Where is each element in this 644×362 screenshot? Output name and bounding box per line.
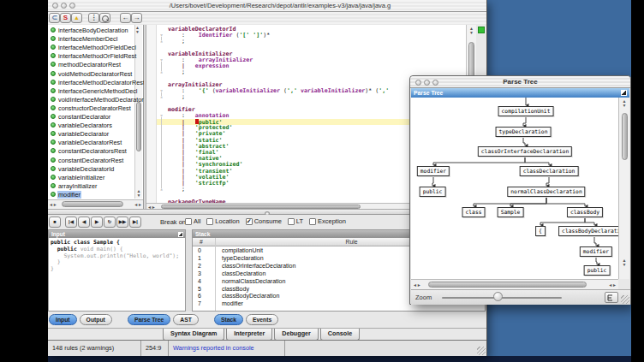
sidebar-item-variableDeclarators[interactable]: variableDeclarators: [50, 122, 142, 130]
breakon-all-checkbox[interactable]: All: [185, 217, 200, 225]
tab-syntax-diagram[interactable]: Syntax Diagram: [163, 329, 224, 341]
scroll-left-icon[interactable]: ◂ ▸: [414, 282, 420, 288]
tree-node-normalClassDeclaration[interactable]: normalClassDeclaration: [507, 187, 585, 197]
main-window-titlebar[interactable]: /Users/bovet/Development/Research/depot/…: [48, 0, 486, 12]
breakon-lt-checkbox[interactable]: LT: [288, 217, 303, 225]
tree-layout-button[interactable]: [605, 292, 618, 303]
breakon-exception-checkbox[interactable]: Exception: [309, 217, 346, 225]
go-to-end-button[interactable]: ▶|: [129, 217, 141, 228]
tab-interpreter[interactable]: Interpreter: [226, 329, 272, 341]
tree-node-brace[interactable]: {: [535, 226, 546, 236]
parse-tree-titlebar[interactable]: Parse Tree: [410, 76, 630, 88]
close-window-icon[interactable]: [415, 80, 421, 86]
scroll-left-icon[interactable]: ◂ ▸: [50, 201, 57, 207]
tab-console[interactable]: Console: [320, 329, 360, 341]
sidebar-item-modifier[interactable]: modifier: [50, 191, 142, 199]
breakon-location-checkbox[interactable]: Location: [206, 217, 239, 225]
sidebar-item-constructorDeclaratorRest[interactable]: constructorDeclaratorRest: [50, 104, 142, 113]
tree-node-public[interactable]: public: [584, 265, 611, 276]
sidebar-item-interfaceMethodOrFieldRest[interactable]: interfaceMethodOrFieldRest: [50, 52, 142, 61]
tree-node-Sample[interactable]: Sample: [498, 207, 524, 217]
warning-icon[interactable]: ▲: [71, 13, 82, 23]
step-over-button[interactable]: ↻: [104, 217, 116, 228]
window-resize-grip[interactable]: [621, 295, 629, 304]
minimize-window-icon[interactable]: [424, 80, 430, 86]
checkbox-icon[interactable]: ✓: [246, 218, 253, 225]
toggle-events[interactable]: Events: [246, 314, 278, 325]
forward-icon[interactable]: →: [131, 13, 142, 23]
sidebar-item-voidMethodDeclaratorRest[interactable]: voidMethodDeclaratorRest: [50, 70, 142, 79]
ideas-icon[interactable]: ⋮: [88, 13, 99, 23]
editor-hscroll-thumb[interactable]: [161, 205, 361, 209]
sidebar-item-interfaceMethodDeclaratorRest[interactable]: interfaceMethodDeclaratorRest: [50, 79, 142, 87]
toggle-input[interactable]: Input: [49, 314, 77, 325]
zoom-slider[interactable]: [493, 292, 503, 301]
scroll-up-icon[interactable]: ▲▼: [467, 27, 476, 35]
sidebar-item-variableDeclaratorId[interactable]: variableDeclaratorId: [50, 165, 142, 174]
sidebar-item-variableDeclaratorRest[interactable]: variableDeclaratorRest: [50, 139, 142, 147]
scroll-right-icon[interactable]: ◂ ▸: [134, 201, 141, 207]
zoom-window-icon[interactable]: [69, 3, 75, 9]
tree-node-modifier[interactable]: modifier: [580, 246, 612, 257]
sidebar-item-interfaceMethodOrFieldDecl[interactable]: interfaceMethodOrFieldDecl: [50, 44, 142, 52]
parse-tree-hscroll-thumb[interactable]: [428, 282, 587, 288]
stop-button[interactable]: ■: [49, 217, 61, 228]
tree-node-classOrInterfaceDeclaration[interactable]: classOrInterfaceDeclaration: [478, 146, 572, 157]
toggle-ast[interactable]: AST: [173, 314, 199, 325]
back-icon[interactable]: ←: [120, 13, 131, 23]
panel-splitter[interactable]: [186, 229, 192, 312]
find-icon[interactable]: [99, 13, 110, 23]
breakon-consume-checkbox[interactable]: ✓Consume: [246, 217, 282, 225]
tree-node-public[interactable]: public: [420, 187, 446, 197]
checkbox-icon[interactable]: [309, 218, 316, 225]
tree-node-compilationUnit[interactable]: compilationUnit: [498, 106, 554, 116]
tree-node-classBody[interactable]: classBody: [567, 207, 603, 217]
checkbox-icon[interactable]: [288, 218, 295, 225]
syntax-coloring-icon[interactable]: S: [60, 13, 71, 23]
checkbox-icon[interactable]: [185, 218, 192, 225]
sidebar-item-interfaceMemberDecl[interactable]: interfaceMemberDecl: [50, 35, 142, 44]
editor-line[interactable]: ▿ : Identifier ('[' ']')*: [146, 33, 476, 39]
sidebar-item-variableDeclarator[interactable]: variableDeclarator: [50, 130, 142, 139]
tree-node-class[interactable]: class: [462, 207, 486, 217]
parse-tree-vscroll-thumb[interactable]: [622, 113, 628, 160]
window-resize-grip[interactable]: [477, 347, 486, 355]
tree-node-classBodyDeclaration[interactable]: classBodyDeclaration: [558, 226, 618, 236]
grammar-icon[interactable]: ⊂: [49, 13, 60, 23]
zoom-window-icon[interactable]: [432, 80, 438, 86]
tab-debugger[interactable]: Debugger: [274, 329, 319, 341]
step-backward-button[interactable]: ◀: [78, 217, 90, 228]
minimize-window-icon[interactable]: [61, 3, 67, 9]
sidebar-item-constantDeclarator[interactable]: constantDeclarator: [50, 113, 142, 122]
fast-forward-button[interactable]: ▶▶: [116, 217, 128, 228]
editor-line[interactable]: | expression: [146, 63, 476, 69]
go-to-start-button[interactable]: |◀: [65, 217, 77, 228]
tree-node-modifier[interactable]: modifier: [417, 166, 450, 176]
sidebar-item-interfaceBodyDeclaration[interactable]: interfaceBodyDeclaration: [50, 27, 142, 35]
checkbox-icon[interactable]: [206, 218, 213, 225]
sidebar-item-variableInitializer[interactable]: variableInitializer: [50, 174, 142, 182]
parse-tree-canvas[interactable]: compilationUnittypeDeclarationclassOrInt…: [411, 98, 618, 279]
scroll-down-icon[interactable]: ▲▼: [623, 258, 627, 267]
tree-node-classDeclaration[interactable]: classDeclaration: [520, 166, 579, 176]
sidebar-horizontal-scrollbar[interactable]: ◂ ▸ ◂ ▸: [48, 199, 143, 209]
sidebar-item-arrayInitializer[interactable]: arrayInitializer: [50, 182, 142, 191]
editor-line[interactable]: ▵ ;: [146, 39, 476, 45]
scroll-up-icon[interactable]: ▲▼: [619, 99, 629, 108]
sidebar-hscroll-thumb[interactable]: [62, 201, 123, 207]
parse-tree-horizontal-scrollbar[interactable]: ◂ ▸ ◂ ▸: [411, 279, 618, 289]
sidebar-item-methodDeclaratorRest[interactable]: methodDeclaratorRest: [50, 61, 142, 69]
sidebar-item-voidInterfaceMethodDeclaratorRest[interactable]: voidInterfaceMethodDeclaratorRest: [50, 96, 142, 104]
detach-panel-icon[interactable]: [178, 232, 183, 237]
attach-panel-icon[interactable]: [621, 90, 627, 96]
toggle-parse-tree[interactable]: Parse Tree: [128, 314, 170, 325]
toggle-stack[interactable]: Stack: [214, 314, 243, 325]
sidebar-item-interfaceGenericMethodDecl[interactable]: interfaceGenericMethodDecl: [50, 87, 142, 96]
scroll-right-icon[interactable]: ◂ ▸: [609, 282, 616, 288]
sidebar-item-constantDeclaratorRest[interactable]: constantDeclaratorRest: [50, 157, 142, 165]
tree-node-typeDeclaration[interactable]: typeDeclaration: [496, 127, 552, 137]
close-window-icon[interactable]: [52, 3, 58, 9]
status-message[interactable]: Warnings reported in console: [169, 341, 285, 356]
parse-tree-vertical-scrollbar[interactable]: ▲▼ ▲▼: [618, 98, 629, 279]
step-forward-button[interactable]: ▶: [91, 217, 103, 228]
